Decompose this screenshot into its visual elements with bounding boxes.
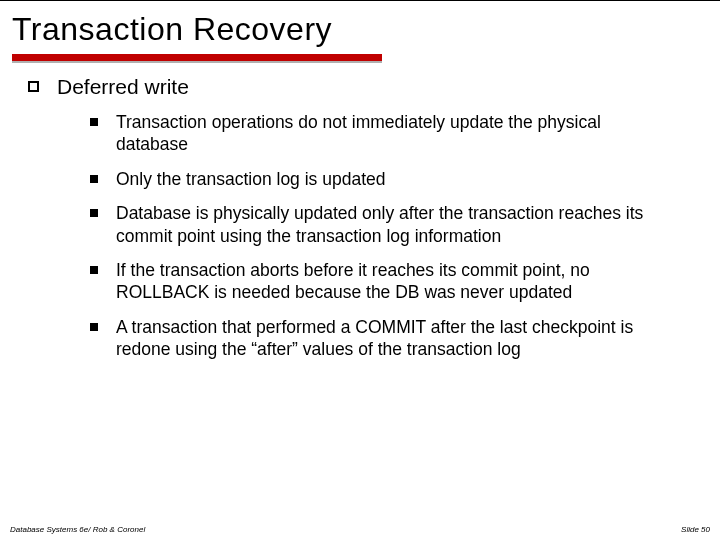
square-outline-bullet-icon xyxy=(28,81,39,92)
level2-text: Transaction operations do not immediatel… xyxy=(116,111,670,156)
footer-left: Database Systems 6e/ Rob & Coronel xyxy=(10,525,145,534)
list-item: Deferred write xyxy=(28,75,680,99)
footer-right: Slide 50 xyxy=(681,525,710,534)
square-bullet-icon xyxy=(90,266,98,274)
content-area: Deferred write Transaction operations do… xyxy=(0,63,720,361)
list-item: Only the transaction log is updated xyxy=(90,168,670,190)
list-item: Database is physically updated only afte… xyxy=(90,202,670,247)
list-item: If the transaction aborts before it reac… xyxy=(90,259,670,304)
square-bullet-icon xyxy=(90,175,98,183)
slide: Transaction Recovery Deferred write Tran… xyxy=(0,0,720,540)
level1-text: Deferred write xyxy=(57,75,189,99)
red-bar xyxy=(12,54,382,61)
square-bullet-icon xyxy=(90,118,98,126)
sub-list: Transaction operations do not immediatel… xyxy=(28,111,680,361)
square-bullet-icon xyxy=(90,209,98,217)
level2-text: If the transaction aborts before it reac… xyxy=(116,259,670,304)
level2-text: Database is physically updated only afte… xyxy=(116,202,670,247)
slide-title: Transaction Recovery xyxy=(0,1,720,54)
level2-text: Only the transaction log is updated xyxy=(116,168,385,190)
list-item: A transaction that performed a COMMIT af… xyxy=(90,316,670,361)
level2-text: A transaction that performed a COMMIT af… xyxy=(116,316,670,361)
title-underline xyxy=(0,54,720,63)
square-bullet-icon xyxy=(90,323,98,331)
list-item: Transaction operations do not immediatel… xyxy=(90,111,670,156)
